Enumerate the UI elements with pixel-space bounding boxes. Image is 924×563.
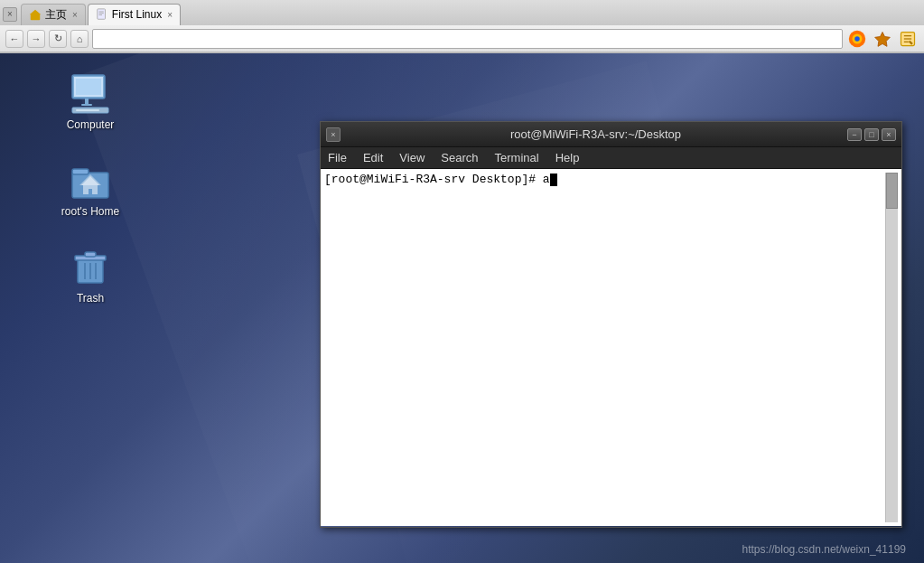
terminal-close-btn[interactable]: × (882, 128, 896, 141)
home-icon-img (69, 158, 112, 202)
svg-marker-9 (875, 32, 891, 46)
terminal-content: [root@MiWiFi-R3A-srv Desktop]# a (324, 173, 885, 522)
firefox-icon[interactable] (846, 28, 868, 50)
watermark: https://blog.csdn.net/weixn_41199 (742, 543, 906, 556)
svg-rect-39 (85, 252, 96, 257)
terminal-cursor (550, 174, 557, 186)
forward-button[interactable]: → (27, 30, 45, 48)
svg-point-8 (854, 36, 860, 42)
watermark-text: https://blog.csdn.net/weixn_41199 (742, 543, 906, 556)
trash-icon-img (69, 245, 112, 288)
terminal-scrollbar[interactable] (885, 173, 898, 522)
svg-rect-34 (72, 169, 89, 174)
svg-rect-0 (31, 14, 41, 20)
svg-rect-4 (98, 13, 103, 14)
computer-icon-label: Computer (67, 118, 115, 131)
back-button[interactable]: ← (5, 30, 23, 48)
tab-first-linux[interactable]: First Linux × (88, 4, 181, 25)
page-tab-icon (96, 8, 108, 21)
terminal-maximize-btn[interactable]: □ (864, 128, 879, 141)
terminal-window-buttons: − □ × (847, 128, 896, 141)
edit-icon[interactable] (897, 28, 919, 50)
svg-rect-32 (76, 109, 99, 111)
home-icon-label: root's Home (61, 205, 119, 218)
computer-icon-img (69, 71, 112, 115)
desktop-area: f Applications Places System (0, 53, 924, 563)
svg-rect-2 (98, 9, 106, 19)
terminal-titlebar: × root@MiWiFi-R3A-srv:~/Desktop − □ × (321, 122, 901, 147)
terminal-menu-view[interactable]: View (396, 151, 428, 164)
desktop-icon-computer[interactable]: Computer (54, 71, 126, 131)
terminal-menu-search[interactable]: Search (437, 151, 481, 164)
svg-rect-5 (98, 14, 102, 15)
browser-window: × 主页 × (0, 0, 924, 563)
tab-bar: × 主页 × (0, 0, 924, 25)
desktop-icon-trash[interactable]: Trash (54, 245, 126, 305)
terminal-window: × root@MiWiFi-R3A-srv:~/Desktop − □ × Fi… (320, 121, 902, 528)
terminal-scrollbar-thumb[interactable] (886, 173, 898, 209)
browser-close-btn[interactable]: × (3, 7, 17, 22)
desktop-icon-home[interactable]: root's Home (54, 158, 126, 218)
tab-homepage-close[interactable]: × (72, 10, 78, 20)
svg-marker-1 (30, 10, 41, 14)
refresh-button[interactable]: ↻ (49, 30, 67, 48)
browser-chrome: × 主页 × (0, 0, 924, 53)
terminal-minimize-btn[interactable]: − (847, 128, 862, 141)
tab-homepage-label: 主页 (45, 7, 67, 23)
tab-first-linux-close[interactable]: × (167, 10, 173, 20)
terminal-menu-help[interactable]: Help (552, 151, 583, 164)
desktop-icons: Computer root's Home (54, 71, 126, 305)
terminal-menu-file[interactable]: File (324, 151, 350, 164)
tab-first-linux-label: First Linux (112, 8, 162, 21)
address-bar[interactable] (92, 29, 843, 49)
svg-rect-3 (98, 12, 103, 13)
terminal-menu-edit[interactable]: Edit (359, 151, 387, 164)
svg-rect-29 (85, 99, 89, 104)
svg-rect-28 (76, 79, 101, 95)
terminal-title: root@MiWiFi-R3A-srv:~/Desktop (344, 127, 847, 141)
bookmark-icon[interactable] (872, 28, 893, 50)
terminal-prompt: [root@MiWiFi-R3A-srv Desktop]# a (324, 173, 550, 186)
nav-bar: ← → ↻ ⌂ (0, 25, 924, 52)
tab-homepage[interactable]: 主页 × (21, 4, 86, 25)
terminal-menubar: File Edit View Search Terminal Help (321, 147, 901, 169)
trash-icon-label: Trash (77, 292, 104, 305)
home-tab-icon (29, 8, 42, 21)
terminal-close-icon[interactable]: × (326, 127, 341, 142)
terminal-menu-terminal[interactable]: Terminal (491, 151, 543, 164)
home-button[interactable]: ⌂ (70, 30, 89, 48)
terminal-body[interactable]: [root@MiWiFi-R3A-srv Desktop]# a (321, 169, 901, 526)
svg-rect-30 (81, 104, 92, 106)
